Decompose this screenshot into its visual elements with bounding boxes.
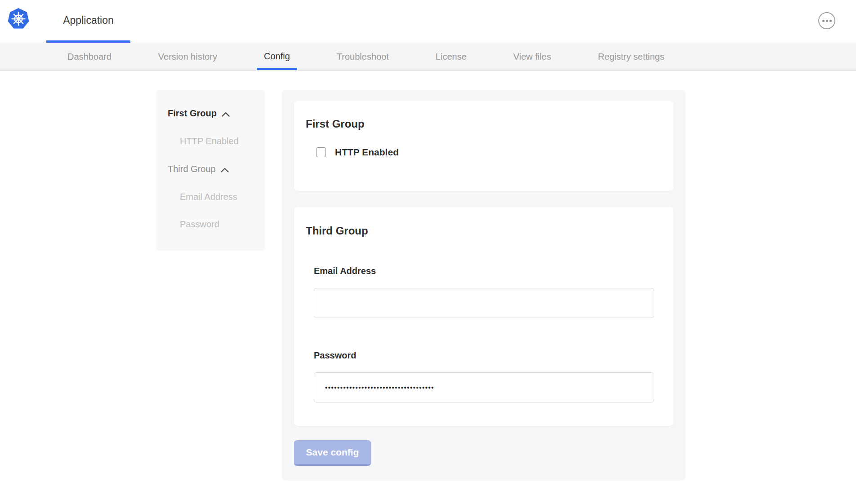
sidebar-item-http-enabled[interactable]: HTTP Enabled (180, 136, 239, 146)
email-address-input[interactable] (314, 288, 654, 318)
chevron-up-icon (221, 164, 229, 175)
group-title: First Group (306, 118, 673, 130)
app-tab-label: Application (63, 14, 114, 27)
http-enabled-checkbox-row[interactable]: HTTP Enabled (316, 147, 673, 158)
tab-registry-settings[interactable]: Registry settings (591, 43, 672, 70)
sidebar-item-first-group[interactable]: First Group (168, 108, 265, 119)
config-group-card-first: First Group HTTP Enabled (294, 101, 673, 191)
config-group-card-third: Third Group Email Address Password (294, 207, 673, 426)
sidebar-item-password[interactable]: Password (180, 219, 219, 230)
sidebar-item-email-address[interactable]: Email Address (180, 192, 237, 202)
sidebar-item-third-group[interactable]: Third Group (168, 164, 265, 175)
more-options-button[interactable] (818, 12, 835, 29)
tab-config[interactable]: Config (257, 43, 297, 70)
sidebar-group-label: First Group (168, 108, 217, 119)
app-header: Application (0, 0, 856, 43)
config-sidebar: First Group HTTP Enabled Third Group Ema… (156, 90, 265, 251)
tab-version-history[interactable]: Version history (151, 43, 224, 70)
tab-license[interactable]: License (428, 43, 474, 70)
password-input[interactable] (314, 372, 654, 402)
tab-application[interactable]: Application (46, 0, 130, 43)
group-title: Third Group (306, 225, 673, 237)
kubernetes-logo-icon[interactable] (7, 8, 30, 30)
http-enabled-checkbox[interactable] (316, 147, 326, 157)
http-enabled-checkbox-label: HTTP Enabled (335, 147, 399, 158)
app-nav-bar: Dashboard Version history Config Trouble… (0, 43, 856, 71)
save-config-button[interactable]: Save config (294, 440, 371, 466)
tab-troubleshoot[interactable]: Troubleshoot (330, 43, 396, 70)
config-panel: First Group HTTP Enabled Third Group Ema… (282, 90, 686, 481)
email-address-label: Email Address (314, 266, 673, 276)
tab-view-files[interactable]: View files (506, 43, 558, 70)
sidebar-group-label: Third Group (168, 164, 216, 174)
tab-dashboard[interactable]: Dashboard (60, 43, 119, 70)
password-label: Password (314, 350, 673, 361)
ellipsis-icon (822, 20, 832, 22)
chevron-up-icon (222, 109, 230, 119)
